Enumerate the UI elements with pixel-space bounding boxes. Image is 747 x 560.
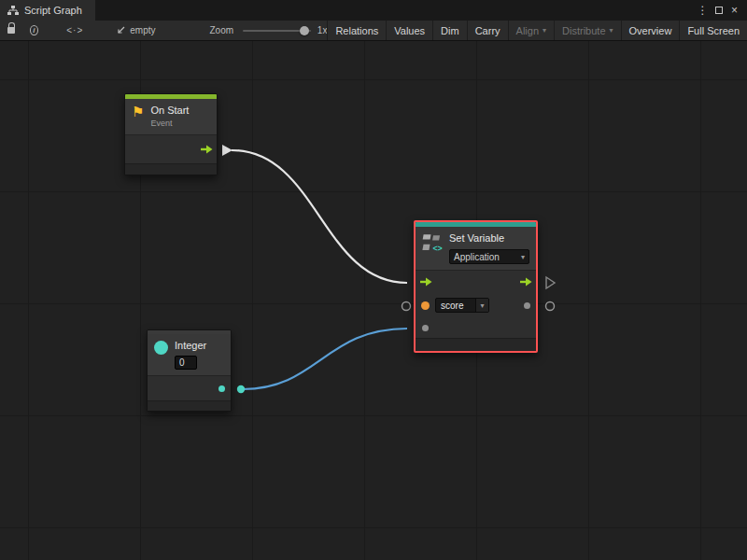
variable-scope-dropdown[interactable]: Application ▾ [449, 249, 529, 264]
graph-pointer-icon [117, 26, 125, 35]
graph-name: empty [130, 25, 155, 35]
relations-button[interactable]: Relations [327, 21, 386, 40]
on-start-title: On Start [150, 105, 189, 117]
align-button[interactable]: Align ▾ [508, 21, 554, 40]
window-menu-icon[interactable]: ⋮ [695, 0, 711, 21]
set-variable-title: Set Variable [449, 232, 529, 245]
caret-down-icon[interactable]: ▾ [475, 299, 488, 312]
tab-title: Script Graph [24, 5, 82, 16]
window-controls: ⋮ × [695, 0, 747, 21]
flow-continuation-triangle[interactable] [546, 277, 555, 288]
on-start-header: ⚑ On Start Event [125, 99, 217, 135]
set-variable-header: <> Set Variable Application ▾ [416, 227, 536, 271]
variable-scope-value: Application [454, 252, 500, 262]
set-variable-icon: <> [422, 232, 443, 254]
wire-flow-onstart-setvariable[interactable] [232, 150, 407, 283]
zoom-slider[interactable] [243, 24, 311, 37]
on-start-footer [125, 163, 217, 175]
carry-button[interactable]: Carry [467, 21, 508, 40]
integer-header: Integer 0 [148, 334, 231, 376]
zoom-slider-handle[interactable] [300, 26, 309, 35]
integer-value-field[interactable]: 0 [175, 356, 197, 370]
info-icon[interactable]: i [30, 25, 39, 35]
svg-text:<>: <> [432, 244, 442, 253]
caret-down-icon: ▾ [610, 26, 613, 35]
caret-down-icon: ▾ [521, 253, 525, 261]
wire-layer [0, 41, 747, 560]
graph-breadcrumb[interactable]: empty [117, 25, 155, 35]
tab-script-graph[interactable]: Script Graph [0, 0, 95, 21]
on-start-body [125, 135, 217, 163]
zoom-value: 1x [317, 25, 328, 35]
set-variable-footer [416, 338, 536, 351]
integer-title: Integer [175, 340, 206, 352]
fullscreen-button[interactable]: Full Screen [679, 21, 747, 40]
integer-output-dot[interactable] [237, 385, 245, 393]
flow-output-port[interactable] [200, 145, 213, 154]
node-integer[interactable]: Integer 0 [147, 329, 232, 412]
graph-canvas[interactable]: ⚑ On Start Event <> Set Variable [0, 41, 747, 560]
lock-icon[interactable] [7, 27, 15, 34]
titlebar: Script Graph ⋮ × [0, 0, 747, 21]
code-inspector-icon[interactable]: <·> [66, 25, 83, 35]
distribute-button[interactable]: Distribute ▾ [554, 21, 620, 40]
integer-output-port[interactable] [218, 385, 225, 392]
zoom-label: Zoom [210, 25, 234, 35]
variable-name-field[interactable]: score ▾ [435, 298, 489, 313]
integer-body [148, 376, 231, 400]
overview-button[interactable]: Overview [621, 21, 680, 40]
maximize-icon[interactable] [711, 7, 726, 14]
flow-input-port[interactable] [419, 277, 432, 287]
dim-button[interactable]: Dim [432, 21, 467, 40]
set-variable-value-row [416, 317, 536, 338]
node-set-variable[interactable]: <> Set Variable Application ▾ [414, 220, 538, 353]
on-start-subtitle: Event [150, 119, 189, 129]
output-value-port[interactable] [524, 302, 530, 309]
value-port-circle-right[interactable] [546, 302, 555, 311]
integer-icon [154, 341, 168, 355]
wire-value-integer-setvariable[interactable] [243, 329, 407, 389]
variable-name-port[interactable] [421, 301, 430, 310]
toolbar-buttons: Relations Values Dim Carry Align ▾ Distr… [327, 21, 747, 40]
flag-icon: ⚑ [132, 105, 144, 129]
flow-output-triangle[interactable] [222, 145, 233, 156]
value-input-port[interactable] [422, 325, 429, 331]
close-icon[interactable]: × [726, 0, 742, 21]
node-on-start[interactable]: ⚑ On Start Event [124, 93, 218, 175]
integer-footer [148, 400, 231, 411]
graph-toolbar: i <·> empty Zoom 1x Relations Values Dim… [0, 21, 747, 41]
values-button[interactable]: Values [386, 21, 432, 40]
variable-name-value: score [436, 299, 475, 312]
value-port-circle-left[interactable] [402, 302, 411, 311]
set-variable-name-row: score ▾ [416, 293, 536, 317]
caret-down-icon: ▾ [543, 26, 546, 35]
set-variable-flow-row [416, 271, 536, 293]
flow-output-port[interactable] [519, 277, 532, 287]
graph-icon [7, 6, 19, 16]
